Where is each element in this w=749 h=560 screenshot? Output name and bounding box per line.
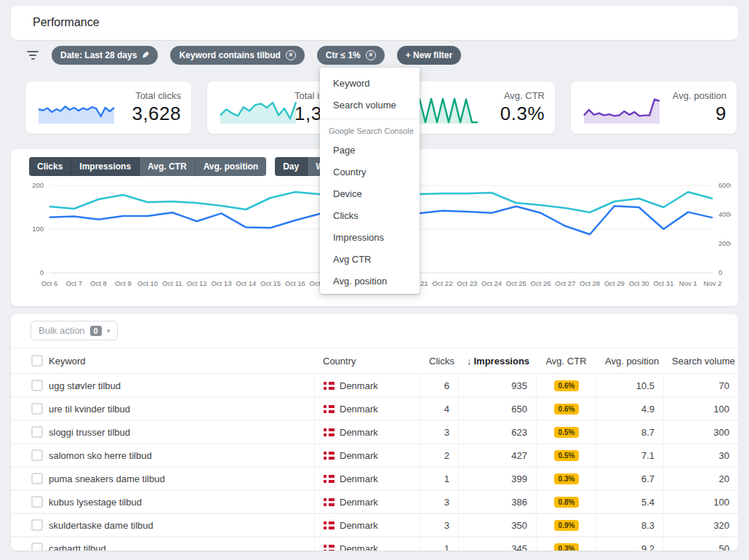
position-cell: 5.4 bbox=[596, 491, 663, 513]
dropdown-item-keyword[interactable]: Keyword bbox=[320, 72, 420, 94]
svg-text:0: 0 bbox=[718, 268, 722, 276]
svg-text:Oct 11: Oct 11 bbox=[162, 279, 182, 287]
filter-chip-3[interactable]: + New filter bbox=[397, 46, 461, 65]
country-cell: Denmark bbox=[314, 375, 420, 396]
chevron-down-icon: ▾ bbox=[107, 327, 111, 335]
tab-metric-impressions[interactable]: Impressions bbox=[71, 157, 140, 176]
ctr-cell: 0.5% bbox=[536, 421, 596, 443]
keyword-cell[interactable]: skuldertaske dame tilbud bbox=[40, 520, 314, 531]
ctr-cell: 0.3% bbox=[536, 537, 596, 551]
volume-cell: 100 bbox=[663, 398, 738, 420]
edit-icon[interactable]: ✎ bbox=[142, 50, 149, 60]
filter-chip-2[interactable]: Ctr ≤ 1%✕ bbox=[317, 46, 385, 65]
keyword-cell[interactable]: kubus lysestage tilbud bbox=[40, 497, 314, 508]
page-header: Performance bbox=[11, 6, 738, 40]
ctr-cell: 0.6% bbox=[536, 375, 596, 396]
dropdown-item-impressions[interactable]: Impressions bbox=[320, 226, 420, 248]
keyword-cell[interactable]: ugg støvler tilbud bbox=[40, 380, 314, 391]
volume-cell: 300 bbox=[663, 421, 738, 443]
position-cell: 8.7 bbox=[596, 421, 663, 443]
tab-metric-clicks[interactable]: Clicks bbox=[29, 157, 71, 176]
table-row[interactable]: puma sneakers dame tilbudDenmark13990.3%… bbox=[11, 468, 738, 491]
keyword-cell[interactable]: salomon sko herre tilbud bbox=[40, 450, 314, 461]
clicks-cell: 4 bbox=[420, 398, 458, 420]
ctr-cell: 0.9% bbox=[536, 514, 596, 536]
tab-period-day[interactable]: Day bbox=[275, 157, 308, 176]
country-cell: Denmark bbox=[314, 398, 420, 420]
column-header-country[interactable]: Country bbox=[314, 356, 420, 367]
dropdown-item-country[interactable]: Country bbox=[320, 161, 420, 183]
filter-chip-label: Ctr ≤ 1% bbox=[326, 50, 361, 60]
svg-text:60000: 60000 bbox=[718, 181, 731, 189]
impressions-cell: 350 bbox=[458, 514, 536, 536]
impressions-cell: 399 bbox=[458, 468, 536, 489]
position-cell: 6.7 bbox=[596, 468, 663, 489]
svg-text:100: 100 bbox=[32, 225, 44, 233]
filter-chip-label: + New filter bbox=[406, 50, 452, 60]
svg-text:20000: 20000 bbox=[718, 239, 731, 247]
dropdown-item-device[interactable]: Device bbox=[320, 183, 420, 204]
bulk-action-button[interactable]: Bulk action 0 ▾ bbox=[31, 321, 118, 340]
tab-metric-avg-ctr[interactable]: Avg. CTR bbox=[140, 157, 196, 176]
dropdown-item-search-volume[interactable]: Search volume bbox=[320, 94, 420, 116]
column-header-ctr[interactable]: Avg. CTR bbox=[536, 356, 596, 367]
clicks-cell: 3 bbox=[420, 514, 458, 536]
svg-text:Nov 2: Nov 2 bbox=[704, 279, 722, 287]
keyword-cell[interactable]: ure til kvinder tilbud bbox=[40, 404, 314, 415]
clicks-cell: 3 bbox=[420, 421, 458, 443]
bulk-action-label: Bulk action bbox=[39, 325, 85, 336]
denmark-flag-icon bbox=[324, 475, 335, 483]
dropdown-item-avg-position[interactable]: Avg. position bbox=[320, 270, 420, 292]
filter-bar: Date: Last 28 days✎Keyword contains tilb… bbox=[25, 46, 461, 65]
column-header-keyword[interactable]: Keyword bbox=[40, 356, 314, 367]
position-cell: 9.2 bbox=[596, 537, 663, 551]
denmark-flag-icon bbox=[324, 452, 335, 460]
volume-cell: 30 bbox=[663, 444, 738, 466]
svg-text:Oct 28: Oct 28 bbox=[580, 279, 600, 287]
metric-card-avg-position[interactable]: Avg. position 9 bbox=[571, 81, 737, 134]
denmark-flag-icon bbox=[324, 405, 335, 413]
tab-metric-avg-position[interactable]: Avg. position bbox=[196, 157, 267, 176]
volume-cell: 100 bbox=[663, 491, 738, 513]
svg-text:200: 200 bbox=[32, 181, 44, 189]
dropdown-item-clicks[interactable]: Clicks bbox=[320, 204, 420, 226]
dropdown-item-page[interactable]: Page bbox=[320, 139, 420, 161]
filter-icon[interactable] bbox=[25, 51, 40, 60]
ctr-cell: 0.6% bbox=[536, 398, 596, 420]
dropdown-item-avg-ctr[interactable]: Avg CTR bbox=[320, 248, 420, 270]
table-row[interactable]: skuldertaske dame tilbudDenmark33500.9%8… bbox=[11, 514, 738, 537]
country-cell: Denmark bbox=[314, 444, 420, 466]
table-row[interactable]: kubus lysestage tilbudDenmark33860.8%5.4… bbox=[11, 491, 738, 514]
table-row[interactable]: sloggi trusser tilbudDenmark36230.5%8.73… bbox=[11, 421, 738, 444]
volume-cell: 320 bbox=[663, 514, 738, 536]
close-icon[interactable]: ✕ bbox=[366, 50, 376, 60]
country-cell: Denmark bbox=[314, 491, 420, 513]
table-row[interactable]: ure til kvinder tilbudDenmark46500.6%4.9… bbox=[11, 398, 738, 421]
position-cell: 4.9 bbox=[596, 398, 663, 420]
sort-desc-icon: ↓ bbox=[467, 356, 472, 367]
close-icon[interactable]: ✕ bbox=[286, 50, 296, 60]
metric-card-total-clicks[interactable]: Total clicks 3,628 bbox=[25, 81, 191, 134]
bulk-action-count-badge: 0 bbox=[90, 326, 102, 336]
metric-value: 3,628 bbox=[132, 103, 181, 125]
table-row[interactable]: ugg støvler tilbudDenmark69350.6%10.570 bbox=[11, 375, 738, 398]
svg-text:Oct 10: Oct 10 bbox=[137, 279, 158, 287]
column-header-position[interactable]: Avg. position bbox=[596, 356, 663, 367]
table-row[interactable]: carhartt tilbudDenmark13450.3%9.250 bbox=[11, 537, 738, 551]
filter-chip-1[interactable]: Keyword contains tilbud✕ bbox=[170, 46, 304, 65]
column-header-volume[interactable]: Search volume bbox=[663, 356, 738, 367]
table-row[interactable]: salomon sko herre tilbudDenmark24270.5%7… bbox=[11, 444, 738, 468]
impressions-cell: 623 bbox=[458, 421, 536, 443]
filter-chip-0[interactable]: Date: Last 28 days✎ bbox=[52, 46, 158, 65]
keyword-cell[interactable]: carhartt tilbud bbox=[40, 543, 314, 551]
keyword-cell[interactable]: puma sneakers dame tilbud bbox=[40, 473, 314, 484]
ctr-cell: 0.8% bbox=[536, 491, 596, 513]
column-header-clicks[interactable]: Clicks bbox=[420, 356, 458, 367]
svg-text:Oct 15: Oct 15 bbox=[260, 279, 281, 287]
volume-cell: 50 bbox=[663, 537, 738, 551]
metric-label: Avg. CTR bbox=[500, 90, 545, 101]
clicks-cell: 2 bbox=[420, 444, 458, 466]
svg-text:Oct 14: Oct 14 bbox=[236, 279, 256, 287]
column-header-impressions[interactable]: ↓Impressions bbox=[458, 356, 536, 367]
keyword-cell[interactable]: sloggi trusser tilbud bbox=[40, 427, 314, 438]
